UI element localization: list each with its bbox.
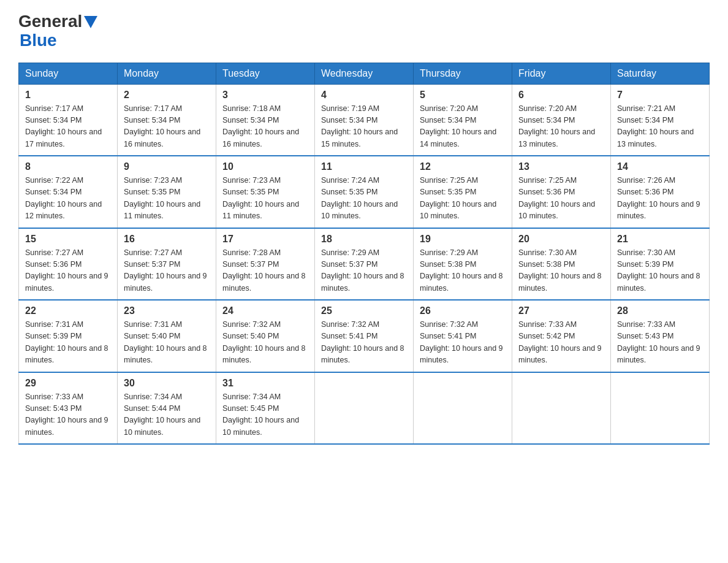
day-info: Sunrise: 7:30 AMSunset: 5:38 PMDaylight:…	[518, 248, 602, 293]
weekday-header-friday: Friday	[512, 63, 611, 84]
day-number: 29	[25, 378, 111, 389]
day-info: Sunrise: 7:17 AMSunset: 5:34 PMDaylight:…	[25, 104, 102, 148]
calendar-cell: 1 Sunrise: 7:17 AMSunset: 5:34 PMDayligh…	[19, 84, 118, 156]
day-info: Sunrise: 7:17 AMSunset: 5:34 PMDaylight:…	[124, 104, 200, 148]
day-info: Sunrise: 7:32 AMSunset: 5:41 PMDaylight:…	[420, 320, 503, 364]
day-number: 15	[25, 234, 111, 245]
calendar-cell: 30 Sunrise: 7:34 AMSunset: 5:44 PMDaylig…	[118, 372, 216, 445]
day-number: 27	[518, 305, 604, 316]
day-info: Sunrise: 7:33 AMSunset: 5:43 PMDaylight:…	[617, 320, 700, 364]
calendar-cell: 12 Sunrise: 7:25 AMSunset: 5:35 PMDaylig…	[414, 156, 512, 228]
day-info: Sunrise: 7:32 AMSunset: 5:41 PMDaylight:…	[321, 320, 404, 364]
day-info: Sunrise: 7:31 AMSunset: 5:40 PMDaylight:…	[124, 320, 207, 364]
logo-general: General	[18, 12, 82, 31]
day-info: Sunrise: 7:29 AMSunset: 5:37 PMDaylight:…	[321, 248, 404, 293]
calendar-table: SundayMondayTuesdayWednesdayThursdayFrid…	[18, 63, 710, 445]
calendar-cell: 10 Sunrise: 7:23 AMSunset: 5:35 PMDaylig…	[216, 156, 315, 228]
weekday-header-tuesday: Tuesday	[216, 63, 315, 84]
calendar-cell: 22 Sunrise: 7:31 AMSunset: 5:39 PMDaylig…	[19, 300, 118, 372]
calendar-cell: 31 Sunrise: 7:34 AMSunset: 5:45 PMDaylig…	[216, 372, 315, 445]
day-info: Sunrise: 7:26 AMSunset: 5:36 PMDaylight:…	[617, 176, 700, 220]
calendar-cell: 18 Sunrise: 7:29 AMSunset: 5:37 PMDaylig…	[315, 228, 414, 301]
calendar-week-row: 8 Sunrise: 7:22 AMSunset: 5:34 PMDayligh…	[19, 156, 710, 228]
calendar-cell: 6 Sunrise: 7:20 AMSunset: 5:34 PMDayligh…	[512, 84, 611, 156]
day-number: 12	[420, 161, 506, 172]
day-number: 26	[420, 305, 506, 316]
calendar-cell	[315, 372, 414, 445]
calendar-week-row: 15 Sunrise: 7:27 AMSunset: 5:36 PMDaylig…	[19, 228, 710, 301]
day-info: Sunrise: 7:23 AMSunset: 5:35 PMDaylight:…	[124, 176, 200, 220]
day-info: Sunrise: 7:20 AMSunset: 5:34 PMDaylight:…	[518, 104, 595, 148]
day-number: 21	[617, 234, 703, 245]
calendar-cell: 17 Sunrise: 7:28 AMSunset: 5:37 PMDaylig…	[216, 228, 315, 301]
calendar-cell: 29 Sunrise: 7:33 AMSunset: 5:43 PMDaylig…	[19, 372, 118, 445]
calendar-cell	[414, 372, 512, 445]
day-info: Sunrise: 7:23 AMSunset: 5:35 PMDaylight:…	[222, 176, 299, 220]
weekday-header-row: SundayMondayTuesdayWednesdayThursdayFrid…	[19, 63, 710, 84]
day-number: 16	[124, 234, 210, 245]
calendar-cell: 24 Sunrise: 7:32 AMSunset: 5:40 PMDaylig…	[216, 300, 315, 372]
day-number: 3	[222, 90, 308, 101]
day-info: Sunrise: 7:25 AMSunset: 5:36 PMDaylight:…	[518, 176, 595, 220]
calendar-cell: 8 Sunrise: 7:22 AMSunset: 5:34 PMDayligh…	[19, 156, 118, 228]
day-number: 11	[321, 161, 407, 172]
day-number: 9	[124, 161, 210, 172]
day-info: Sunrise: 7:28 AMSunset: 5:37 PMDaylight:…	[222, 248, 306, 293]
day-info: Sunrise: 7:24 AMSunset: 5:35 PMDaylight:…	[321, 176, 398, 220]
day-number: 31	[222, 378, 308, 389]
day-number: 13	[518, 161, 604, 172]
day-number: 4	[321, 90, 407, 101]
weekday-header-wednesday: Wednesday	[315, 63, 414, 84]
day-info: Sunrise: 7:20 AMSunset: 5:34 PMDaylight:…	[420, 104, 496, 148]
logo-triangle-icon	[84, 16, 97, 28]
calendar-cell: 13 Sunrise: 7:25 AMSunset: 5:36 PMDaylig…	[512, 156, 611, 228]
day-info: Sunrise: 7:18 AMSunset: 5:34 PMDaylight:…	[222, 104, 299, 148]
calendar-cell: 3 Sunrise: 7:18 AMSunset: 5:34 PMDayligh…	[216, 84, 315, 156]
day-info: Sunrise: 7:21 AMSunset: 5:34 PMDaylight:…	[617, 104, 694, 148]
logo-blue: Blue	[20, 31, 57, 50]
calendar-cell: 4 Sunrise: 7:19 AMSunset: 5:34 PMDayligh…	[315, 84, 414, 156]
day-info: Sunrise: 7:33 AMSunset: 5:43 PMDaylight:…	[25, 393, 108, 437]
calendar-cell	[512, 372, 611, 445]
day-number: 10	[222, 161, 308, 172]
calendar-cell: 16 Sunrise: 7:27 AMSunset: 5:37 PMDaylig…	[118, 228, 216, 301]
day-info: Sunrise: 7:32 AMSunset: 5:40 PMDaylight:…	[222, 320, 306, 364]
day-number: 2	[124, 90, 210, 101]
day-info: Sunrise: 7:19 AMSunset: 5:34 PMDaylight:…	[321, 104, 398, 148]
weekday-header-thursday: Thursday	[414, 63, 512, 84]
calendar-body: 1 Sunrise: 7:17 AMSunset: 5:34 PMDayligh…	[19, 84, 710, 444]
day-number: 18	[321, 234, 407, 245]
day-info: Sunrise: 7:27 AMSunset: 5:37 PMDaylight:…	[124, 248, 207, 293]
day-info: Sunrise: 7:27 AMSunset: 5:36 PMDaylight:…	[25, 248, 108, 293]
day-number: 28	[617, 305, 703, 316]
day-number: 7	[617, 90, 703, 101]
calendar-cell: 11 Sunrise: 7:24 AMSunset: 5:35 PMDaylig…	[315, 156, 414, 228]
day-info: Sunrise: 7:34 AMSunset: 5:45 PMDaylight:…	[222, 393, 299, 437]
calendar-cell: 25 Sunrise: 7:32 AMSunset: 5:41 PMDaylig…	[315, 300, 414, 372]
calendar-cell: 9 Sunrise: 7:23 AMSunset: 5:35 PMDayligh…	[118, 156, 216, 228]
day-info: Sunrise: 7:34 AMSunset: 5:44 PMDaylight:…	[124, 393, 200, 437]
day-number: 25	[321, 305, 407, 316]
weekday-header-sunday: Sunday	[19, 63, 118, 84]
day-number: 5	[420, 90, 506, 101]
calendar-week-row: 22 Sunrise: 7:31 AMSunset: 5:39 PMDaylig…	[19, 300, 710, 372]
calendar-cell: 20 Sunrise: 7:30 AMSunset: 5:38 PMDaylig…	[512, 228, 611, 301]
day-info: Sunrise: 7:33 AMSunset: 5:42 PMDaylight:…	[518, 320, 602, 364]
day-number: 23	[124, 305, 210, 316]
weekday-header-monday: Monday	[118, 63, 216, 84]
day-info: Sunrise: 7:31 AMSunset: 5:39 PMDaylight:…	[25, 320, 108, 364]
day-number: 19	[420, 234, 506, 245]
day-info: Sunrise: 7:25 AMSunset: 5:35 PMDaylight:…	[420, 176, 496, 220]
calendar-cell: 23 Sunrise: 7:31 AMSunset: 5:40 PMDaylig…	[118, 300, 216, 372]
calendar-cell: 27 Sunrise: 7:33 AMSunset: 5:42 PMDaylig…	[512, 300, 611, 372]
day-number: 14	[617, 161, 703, 172]
calendar-header: SundayMondayTuesdayWednesdayThursdayFrid…	[19, 63, 710, 84]
day-info: Sunrise: 7:22 AMSunset: 5:34 PMDaylight:…	[25, 176, 102, 220]
day-number: 17	[222, 234, 308, 245]
calendar-cell: 28 Sunrise: 7:33 AMSunset: 5:43 PMDaylig…	[611, 300, 710, 372]
calendar-cell: 5 Sunrise: 7:20 AMSunset: 5:34 PMDayligh…	[414, 84, 512, 156]
calendar-cell: 21 Sunrise: 7:30 AMSunset: 5:39 PMDaylig…	[611, 228, 710, 301]
calendar-cell: 7 Sunrise: 7:21 AMSunset: 5:34 PMDayligh…	[611, 84, 710, 156]
weekday-header-saturday: Saturday	[611, 63, 710, 84]
day-number: 24	[222, 305, 308, 316]
